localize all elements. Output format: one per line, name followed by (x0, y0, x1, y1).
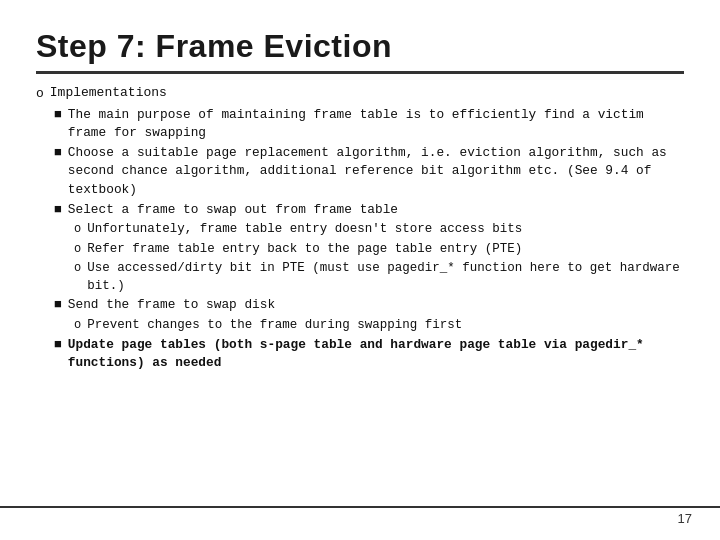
list-item: o Use accessed/dirty bit in PTE (must us… (74, 259, 684, 295)
section-header: o Implementations (36, 84, 684, 104)
item-text: The main purpose of maintaining frame ta… (68, 106, 684, 143)
list-item: ■ Select a frame to swap out from frame … (54, 201, 684, 220)
bullet-icon: ■ (54, 201, 62, 220)
sub-item-text: Refer frame table entry back to the page… (87, 240, 522, 258)
title-divider (36, 71, 684, 74)
item-text: Send the frame to swap disk (68, 296, 275, 315)
page-number: 17 (678, 511, 692, 526)
sub-bullet-icon: o (74, 317, 81, 334)
bullet-icon: ■ (54, 336, 62, 355)
list-item: o Unfortunately, frame table entry doesn… (74, 220, 684, 238)
item-text: Update page tables (both s-page table an… (68, 336, 684, 373)
list-item: o Prevent changes to the frame during sw… (74, 316, 684, 334)
list-item: ■ Send the frame to swap disk (54, 296, 684, 315)
bottom-divider (0, 506, 720, 508)
list-item: o Refer frame table entry back to the pa… (74, 240, 684, 258)
item-text: Choose a suitable page replacement algor… (68, 144, 684, 200)
sub-items-list: o Unfortunately, frame table entry doesn… (74, 220, 684, 295)
list-item: ■ The main purpose of maintaining frame … (54, 106, 684, 143)
sub-bullet-icon: o (74, 221, 81, 238)
slide-content: o Implementations ■ The main purpose of … (36, 84, 684, 373)
sub-bullet-icon: o (74, 260, 81, 277)
bullet-icon: ■ (54, 106, 62, 125)
list-item: ■ Update page tables (both s-page table … (54, 336, 684, 373)
slide-title: Step 7: Frame Eviction (36, 28, 684, 65)
sub-item-text: Use accessed/dirty bit in PTE (must use … (87, 259, 684, 295)
sub-bullet-icon: o (74, 241, 81, 258)
bullet-icon: ■ (54, 144, 62, 163)
item-text: Select a frame to swap out from frame ta… (68, 201, 398, 220)
section-label: Implementations (50, 84, 167, 103)
section-bullet: o (36, 85, 44, 104)
sub-items-list: o Prevent changes to the frame during sw… (74, 316, 684, 334)
list-item: ■ Choose a suitable page replacement alg… (54, 144, 684, 200)
sub-item-text: Prevent changes to the frame during swap… (87, 316, 462, 334)
slide: Step 7: Frame Eviction o Implementations… (0, 0, 720, 540)
items-list: ■ The main purpose of maintaining frame … (54, 106, 684, 373)
bullet-icon: ■ (54, 296, 62, 315)
sub-item-text: Unfortunately, frame table entry doesn't… (87, 220, 522, 238)
